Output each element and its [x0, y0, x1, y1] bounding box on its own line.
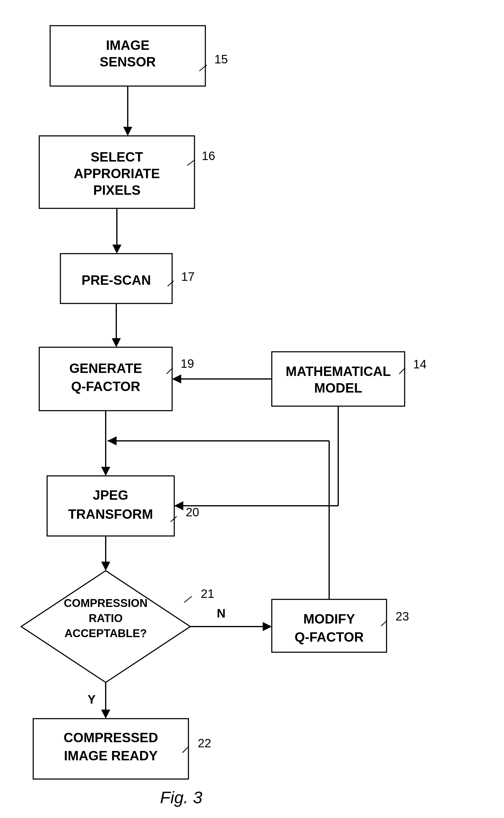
svg-text:MODEL: MODEL — [314, 380, 362, 395]
svg-text:15: 15 — [214, 53, 228, 66]
svg-text:23: 23 — [396, 610, 409, 623]
svg-text:22: 22 — [198, 736, 211, 750]
svg-text:RATIO: RATIO — [89, 612, 123, 624]
svg-text:SELECT: SELECT — [91, 149, 143, 164]
svg-text:TRANSFORM: TRANSFORM — [68, 507, 153, 521]
svg-marker-32 — [172, 374, 181, 383]
svg-text:MATHEMATICAL: MATHEMATICAL — [286, 364, 391, 379]
svg-text:COMPRESSION: COMPRESSION — [64, 597, 148, 609]
svg-marker-52 — [263, 622, 272, 631]
svg-text:COMPRESSED: COMPRESSED — [64, 730, 158, 745]
svg-rect-26 — [272, 352, 405, 406]
svg-text:Q-FACTOR: Q-FACTOR — [295, 630, 364, 644]
svg-text:PRE-SCAN: PRE-SCAN — [82, 273, 151, 287]
svg-text:IMAGE: IMAGE — [106, 38, 149, 53]
svg-text:IMAGE READY: IMAGE READY — [64, 748, 158, 763]
svg-text:MODIFY: MODIFY — [303, 611, 355, 626]
svg-rect-35 — [47, 476, 174, 536]
svg-text:PIXELS: PIXELS — [93, 183, 141, 197]
svg-text:Y: Y — [88, 693, 96, 706]
svg-text:Q-FACTOR: Q-FACTOR — [71, 379, 140, 394]
svg-text:GENERATE: GENERATE — [69, 361, 142, 376]
svg-text:ACCEPTABLE?: ACCEPTABLE? — [65, 627, 147, 640]
svg-marker-20 — [112, 338, 121, 347]
svg-text:APPRORIATE: APPRORIATE — [74, 166, 160, 181]
svg-marker-62 — [108, 436, 117, 445]
diagram-container: IMAGE SENSOR 15 SELECT APPRORIATE PIXELS… — [0, 0, 504, 818]
svg-text:N: N — [217, 607, 226, 620]
svg-text:16: 16 — [202, 149, 215, 162]
svg-text:SENSOR: SENSOR — [100, 54, 156, 69]
svg-marker-64 — [101, 710, 110, 719]
svg-text:17: 17 — [181, 270, 195, 283]
svg-text:20: 20 — [186, 505, 199, 519]
fig-label: Fig. 3 — [160, 788, 202, 807]
svg-text:JPEG: JPEG — [93, 488, 128, 502]
svg-text:19: 19 — [181, 357, 194, 370]
svg-line-50 — [184, 596, 192, 602]
svg-marker-45 — [21, 571, 190, 682]
svg-text:14: 14 — [413, 358, 427, 371]
svg-text:21: 21 — [201, 587, 214, 600]
svg-marker-6 — [123, 127, 132, 136]
svg-marker-34 — [101, 467, 110, 476]
svg-marker-14 — [112, 245, 121, 254]
svg-marker-44 — [101, 562, 110, 571]
flowchart-svg: IMAGE SENSOR 15 SELECT APPRORIATE PIXELS… — [0, 0, 504, 818]
svg-marker-42 — [174, 501, 183, 510]
